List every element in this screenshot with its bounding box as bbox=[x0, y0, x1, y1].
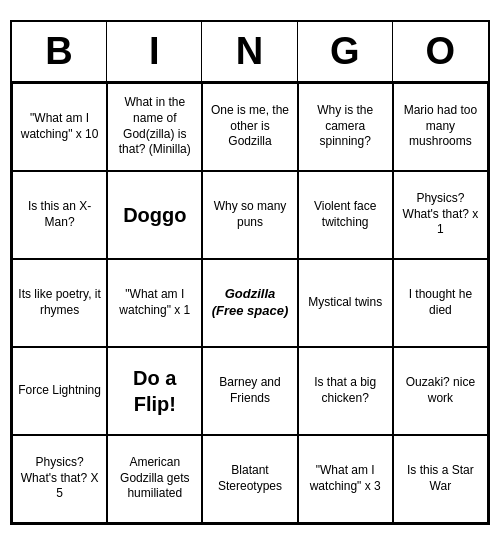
bingo-cell-24: Is this a Star War bbox=[393, 435, 488, 523]
bingo-cell-0: "What am I watching" x 10 bbox=[12, 83, 107, 171]
bingo-header: BINGO bbox=[12, 22, 488, 83]
bingo-card: BINGO "What am I watching" x 10What in t… bbox=[10, 20, 490, 525]
bingo-cell-9: Physics? What's that? x 1 bbox=[393, 171, 488, 259]
bingo-cell-3: Why is the camera spinning? bbox=[298, 83, 393, 171]
bingo-cell-21: American Godzilla gets humiliated bbox=[107, 435, 202, 523]
bingo-cell-4: Mario had too many mushrooms bbox=[393, 83, 488, 171]
bingo-cell-13: Mystical twins bbox=[298, 259, 393, 347]
bingo-cell-22: Blatant Stereotypes bbox=[202, 435, 297, 523]
header-letter-g: G bbox=[298, 22, 393, 81]
bingo-cell-18: Is that a big chicken? bbox=[298, 347, 393, 435]
bingo-cell-11: "What am I watching" x 1 bbox=[107, 259, 202, 347]
bingo-cell-5: Is this an X-Man? bbox=[12, 171, 107, 259]
header-letter-b: B bbox=[12, 22, 107, 81]
header-letter-n: N bbox=[202, 22, 297, 81]
bingo-grid: "What am I watching" x 10What in the nam… bbox=[12, 83, 488, 523]
bingo-cell-1: What in the name of God(zilla) is that? … bbox=[107, 83, 202, 171]
bingo-cell-23: "What am I watching" x 3 bbox=[298, 435, 393, 523]
bingo-cell-20: Physics? What's that? X 5 bbox=[12, 435, 107, 523]
bingo-cell-8: Violent face twitching bbox=[298, 171, 393, 259]
bingo-cell-7: Why so many puns bbox=[202, 171, 297, 259]
bingo-cell-14: I thought he died bbox=[393, 259, 488, 347]
header-letter-i: I bbox=[107, 22, 202, 81]
bingo-cell-12: Godzilla (Free space) bbox=[202, 259, 297, 347]
bingo-cell-17: Barney and Friends bbox=[202, 347, 297, 435]
bingo-cell-2: One is me, the other is Godzilla bbox=[202, 83, 297, 171]
bingo-cell-15: Force Lightning bbox=[12, 347, 107, 435]
header-letter-o: O bbox=[393, 22, 488, 81]
bingo-cell-10: Its like poetry, it rhymes bbox=[12, 259, 107, 347]
bingo-cell-19: Ouzaki? nice work bbox=[393, 347, 488, 435]
bingo-cell-6: Doggo bbox=[107, 171, 202, 259]
bingo-cell-16: Do a Flip! bbox=[107, 347, 202, 435]
